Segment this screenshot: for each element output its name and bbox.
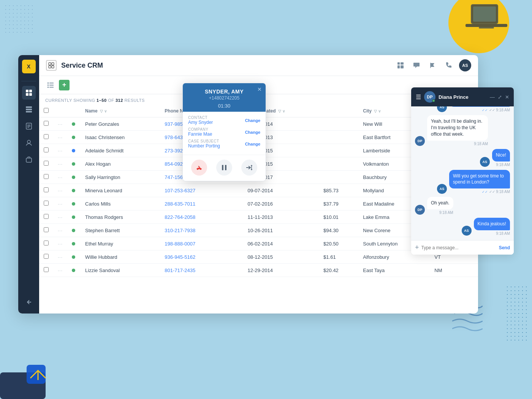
call-case-row: CASE SUBJECT Number Porting Change — [188, 139, 260, 149]
row-checkbox[interactable] — [44, 214, 49, 219]
status-dot — [72, 215, 75, 219]
row-menu-button[interactable]: ··· — [58, 255, 63, 260]
topbar-flag-icon[interactable] — [427, 60, 438, 71]
module-icon — [46, 60, 57, 71]
list-view-icon[interactable] — [45, 80, 56, 90]
contact-name[interactable]: Alex Hogan — [85, 161, 111, 167]
row-menu-button[interactable]: ··· — [58, 188, 63, 193]
row-menu-button[interactable]: ··· — [58, 215, 63, 220]
sidebar-item-apps[interactable] — [22, 86, 36, 100]
chat-send-button[interactable]: Send — [499, 245, 510, 250]
sidebar-item-cases[interactable] — [22, 153, 36, 166]
chat-message-input[interactable] — [421, 245, 497, 250]
row-menu-button[interactable]: ··· — [58, 241, 63, 247]
topbar-phone-icon[interactable] — [443, 60, 454, 71]
contact-change-button[interactable]: Change — [245, 118, 260, 123]
phone-link[interactable]: 936-945-5162 — [165, 254, 195, 260]
chat-minimize-button[interactable]: — — [490, 94, 495, 100]
svg-rect-3 — [479, 27, 494, 28]
topbar-grid-icon[interactable] — [395, 60, 406, 71]
contact-name[interactable]: Peter Gonzales — [85, 121, 119, 127]
chat-message-row: DP Oh yeah. 9:18 AM — [415, 197, 510, 215]
phone-link[interactable]: 288-635-7011 — [165, 201, 195, 207]
company-change-button[interactable]: Change — [245, 130, 260, 135]
row-checkbox[interactable] — [44, 174, 49, 179]
row-checkbox[interactable] — [44, 161, 49, 166]
phone-link[interactable]: 822-764-2058 — [165, 214, 195, 220]
row-checkbox[interactable] — [44, 241, 49, 245]
sidebar-item-records[interactable] — [22, 119, 36, 133]
row-dots-cell: ··· — [53, 197, 67, 211]
msg-bubble: Nice! — [492, 149, 510, 162]
row-checkbox[interactable] — [44, 147, 49, 152]
row-checkbox[interactable] — [44, 227, 49, 232]
msg-bubble: Kinda jealous! — [474, 218, 510, 230]
phone-link[interactable]: 198-888-0007 — [165, 241, 195, 247]
row-state-cell: NM — [430, 264, 478, 277]
row-checkbox-cell — [39, 171, 53, 184]
contact-name[interactable]: Stephen Barrett — [85, 228, 120, 233]
row-menu-button[interactable]: ··· — [58, 268, 63, 273]
chat-add-button[interactable]: + — [415, 244, 419, 252]
row-checkbox-cell — [39, 197, 53, 211]
bg-dots-br — [505, 285, 528, 342]
row-menu-button[interactable]: ··· — [58, 148, 63, 154]
case-change-button[interactable]: Change — [245, 142, 260, 146]
row-checkbox[interactable] — [44, 254, 49, 259]
sidebar-item-back[interactable] — [22, 295, 36, 309]
add-record-button[interactable]: + — [59, 80, 70, 90]
row-checkbox[interactable] — [44, 267, 49, 272]
contact-name[interactable]: Carlos Mills — [85, 201, 111, 207]
msg-avatar: DP — [415, 136, 425, 146]
topbar-avatar[interactable]: AS — [459, 59, 471, 71]
status-dot — [72, 229, 75, 232]
row-dots-cell: ··· — [53, 237, 67, 250]
chat-close-button[interactable]: ✕ — [505, 94, 509, 100]
contact-name[interactable]: Adelaide Schmidt — [85, 148, 124, 154]
contact-name[interactable]: Ethel Murray — [85, 241, 113, 247]
contact-name[interactable]: Lizzie Sandoval — [85, 268, 120, 273]
row-checkbox[interactable] — [44, 134, 49, 139]
row-checkbox[interactable] — [44, 121, 49, 126]
msg-avatar: AS — [462, 226, 472, 236]
row-checkbox[interactable] — [44, 187, 49, 192]
caller-name: SNYDER, AMY — [187, 89, 261, 95]
phone-link[interactable]: 801-717-2435 — [165, 268, 195, 273]
sidebar-logo[interactable]: X — [22, 60, 36, 73]
status-dot — [72, 136, 75, 139]
call-popup-close-button[interactable]: ✕ — [257, 86, 262, 92]
select-all-checkbox[interactable] — [44, 108, 49, 113]
hangup-button[interactable] — [191, 160, 207, 176]
sidebar-item-modules[interactable] — [22, 103, 36, 116]
row-menu-button[interactable]: ··· — [58, 122, 63, 127]
contact-name[interactable]: Willie Hubbard — [85, 254, 117, 260]
chat-menu-button[interactable]: ☰ — [416, 93, 421, 101]
phone-link[interactable]: 107-253-6327 — [165, 188, 195, 193]
row-menu-button[interactable]: ··· — [58, 162, 63, 167]
svg-rect-25 — [397, 62, 400, 65]
contact-name[interactable]: Isaac Christensen — [85, 135, 125, 140]
phone-link[interactable]: 310-217-7938 — [165, 228, 195, 233]
row-menu-button[interactable]: ··· — [58, 201, 63, 207]
row-menu-button[interactable]: ··· — [58, 135, 63, 140]
row-date-cell: 12-29-2014 — [243, 264, 319, 277]
row-menu-button[interactable]: ··· — [58, 228, 63, 233]
chat-expand-button[interactable]: ⤢ — [498, 94, 502, 100]
row-name-cell: Stephen Barrett — [81, 224, 160, 237]
row-menu-button[interactable]: ··· — [58, 175, 63, 180]
hold-button[interactable] — [216, 160, 232, 176]
row-status-cell — [67, 144, 81, 157]
contact-name[interactable]: Minerva Leonard — [85, 188, 122, 193]
row-checkbox-cell — [39, 250, 53, 264]
topbar-chat-icon[interactable] — [411, 60, 422, 71]
sidebar-item-contacts[interactable] — [22, 136, 36, 150]
contact-name[interactable]: Sally Harrington — [85, 174, 120, 180]
col-name[interactable]: Name ▽ ∨ — [81, 105, 160, 117]
contact-name[interactable]: Thomas Rodgers — [85, 214, 123, 220]
svg-rect-31 — [49, 82, 54, 83]
chat-input-area: + Send — [411, 240, 514, 255]
svg-rect-12 — [26, 109, 32, 110]
chat-header-actions: — ⤢ ✕ — [490, 94, 509, 100]
row-checkbox[interactable] — [44, 201, 49, 206]
transfer-button[interactable] — [241, 160, 257, 176]
